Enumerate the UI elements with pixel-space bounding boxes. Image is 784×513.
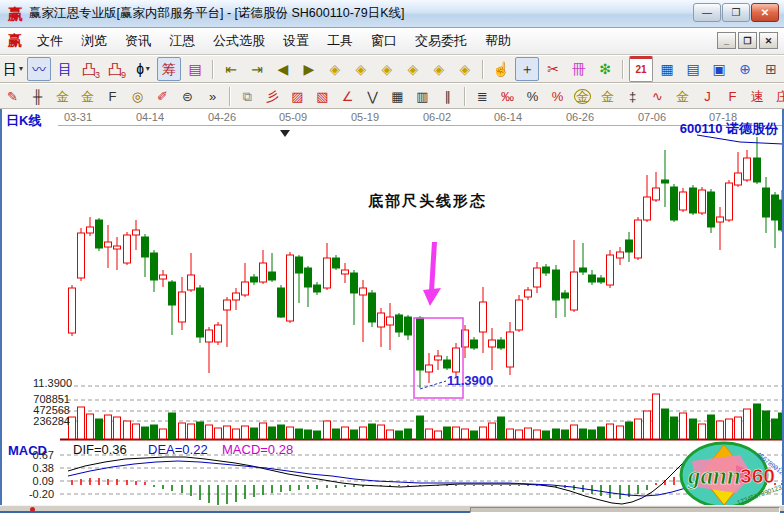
mdi-window-controls: _❐✕ (717, 32, 778, 49)
zhuang-line-button[interactable]: 庄 (771, 85, 784, 107)
v-line-button[interactable]: ⋁ (361, 85, 384, 107)
step-9-button[interactable]: 凸9 (105, 57, 129, 81)
smart-analyse-button[interactable]: ❇ (593, 57, 617, 81)
pen-tool-button[interactable]: ✎ (1, 85, 24, 107)
menu-item-5[interactable]: 公式选股 (204, 28, 274, 54)
mdi-close-button[interactable]: ✕ (759, 32, 778, 49)
histogram-tool-button[interactable]: ≣ (471, 85, 494, 107)
calendar-button[interactable]: 21 (629, 56, 653, 82)
app-logo-icon: 赢 (6, 5, 24, 23)
gann-diamond-all-button[interactable]: ◈ (453, 57, 477, 81)
calculator-button[interactable]: ▦ (655, 57, 679, 81)
menu-item-6[interactable]: 设置 (274, 28, 318, 54)
box-tool-button[interactable]: ⧉ (236, 85, 259, 107)
circle-grid-button[interactable]: ⊜ (176, 85, 199, 107)
hand-tool-button[interactable]: ☝ (489, 57, 513, 81)
j-line-button[interactable]: J (696, 85, 719, 107)
macd-histogram (72, 475, 782, 505)
macd-axis-label-3: 0.09 (14, 475, 54, 487)
menu-item-10[interactable]: 帮助 (476, 28, 520, 54)
gann-box-button[interactable]: ▨ (286, 85, 309, 107)
menu-bar: 赢 文件浏览资讯江恩公式选股设置工具窗口交易委托帮助 _❐✕ (0, 28, 784, 55)
date-tick-label: 05-19 (351, 111, 379, 123)
volume-axis-label-3: 236284 (22, 415, 70, 427)
period-day-button[interactable]: 日▾ (1, 57, 25, 81)
window-title: 赢家江恩专业版[赢家内部服务平台] - [诺德股份 SH600110-79日K线… (29, 5, 405, 22)
angle-pen-button[interactable]: ✐ (151, 85, 174, 107)
retrace-percent-button[interactable]: ‰ (496, 85, 519, 107)
page-last-button[interactable]: ⇥ (245, 57, 269, 81)
close-button[interactable]: ✕ (751, 3, 779, 22)
golden-circle-button[interactable]: 金 (571, 85, 594, 107)
percent-line-button[interactable]: % (546, 85, 569, 107)
golden-grid-button[interactable]: 金 (51, 85, 74, 107)
grid-tool-button[interactable]: ╫ (26, 85, 49, 107)
mdi-minimize-button[interactable]: _ (717, 32, 736, 49)
menu-item-7[interactable]: 工具 (318, 28, 362, 54)
menu-item-9[interactable]: 交易委托 (406, 28, 476, 54)
page-next-button[interactable]: ▶ (297, 57, 321, 81)
menu-item-1[interactable]: 文件 (28, 28, 72, 54)
notes-button[interactable]: ▤ (681, 57, 705, 81)
date-tick-label: 06-26 (566, 111, 594, 123)
su-line-button[interactable]: 速 (746, 85, 769, 107)
low-callout-line (420, 381, 446, 389)
step-3-button[interactable]: 凸3 (79, 57, 103, 81)
gann-diamond-center-button[interactable]: ◈ (427, 57, 451, 81)
save-button[interactable]: ▣ (707, 57, 731, 81)
toolbar-separator (229, 87, 231, 106)
macd-axis-label-1: 0.67 (14, 449, 54, 461)
candle-style-button[interactable]: ɸ▾ (131, 57, 155, 81)
band-tool-button[interactable]: 冊 (567, 57, 591, 81)
macd-axis-label-4: -0.20 (14, 488, 54, 500)
fan-lines-button[interactable]: 彡 (261, 85, 284, 107)
toolbar-row-1: 日▾〰目凸3凸9ɸ▾筹▤⇤⇥◀▶◈◈◈◈◈◈☝＋✂冊❇21▦▤▣⊕⊞ (0, 55, 784, 83)
dense-grid-button[interactable]: ▦ (386, 85, 409, 107)
download-button[interactable]: ⊞ (759, 57, 783, 81)
restore-button[interactable]: ❐ (722, 3, 750, 22)
menu-item-8[interactable]: 窗口 (362, 28, 406, 54)
golden-grid-2-button[interactable]: 金 (76, 85, 99, 107)
menu-item-3[interactable]: 资讯 (116, 28, 160, 54)
gann-diamond-expand-button[interactable]: ◈ (375, 57, 399, 81)
golden-grid-3-button[interactable]: 金 (671, 85, 694, 107)
price-axis-label: 11.3900 (14, 377, 72, 389)
gann-diamond-compress-button[interactable]: ◈ (401, 57, 425, 81)
pattern-annotation: 底部尺头线形态 (368, 192, 487, 211)
page-prev-button[interactable]: ◀ (271, 57, 295, 81)
trend-chart-button[interactable]: 〰 (27, 57, 51, 81)
status-icon (30, 507, 35, 512)
menu-item-2[interactable]: 浏览 (72, 28, 116, 54)
date-tick-label: 06-14 (494, 111, 522, 123)
price-pen-button[interactable]: ‡ (621, 85, 644, 107)
gann-diamond-right-button[interactable]: ◈ (349, 57, 373, 81)
mdi-restore-button[interactable]: ❐ (738, 32, 757, 49)
minimize-button[interactable]: — (693, 3, 721, 22)
date-tick-label: 04-26 (208, 111, 236, 123)
percent-button[interactable]: % (521, 85, 544, 107)
angle-line-button[interactable]: ∠ (336, 85, 359, 107)
golden-line-button[interactable]: 金 (596, 85, 619, 107)
spiral-button[interactable]: ◎ (126, 85, 149, 107)
chart-canvas[interactable]: 日K线 03-3104-1404-2605-0905-1906-0206-140… (0, 109, 784, 505)
gann-fan-box-button[interactable]: ▧ (311, 85, 334, 107)
crosshair-tool-button[interactable]: ＋ (515, 57, 539, 81)
volume-profile-button[interactable]: ▤ (183, 57, 207, 81)
dif-line (68, 451, 700, 504)
macd-value-label: MACD=0.28 (222, 442, 293, 457)
f10-info-button[interactable]: 目 (53, 57, 77, 81)
menu-logo-icon: 赢 (8, 32, 22, 50)
f-line-button[interactable]: F (721, 85, 744, 107)
period-label: 日K线 (6, 112, 41, 130)
page-first-button[interactable]: ⇤ (219, 57, 243, 81)
tall-grid-button[interactable]: ▥ (411, 85, 434, 107)
f-grid-button[interactable]: F (101, 85, 124, 107)
gann-diamond-left-button[interactable]: ◈ (323, 57, 347, 81)
menu-item-4[interactable]: 江恩 (160, 28, 204, 54)
wave-percent-button[interactable]: ∿ (646, 85, 669, 107)
parallel-lines-button[interactable]: ∥ (436, 85, 459, 107)
chips-button[interactable]: 筹 (157, 57, 181, 81)
erase-tool-button[interactable]: ✂ (541, 57, 565, 81)
network-button[interactable]: ⊕ (733, 57, 757, 81)
more-tools-chevron[interactable]: » (201, 85, 224, 107)
